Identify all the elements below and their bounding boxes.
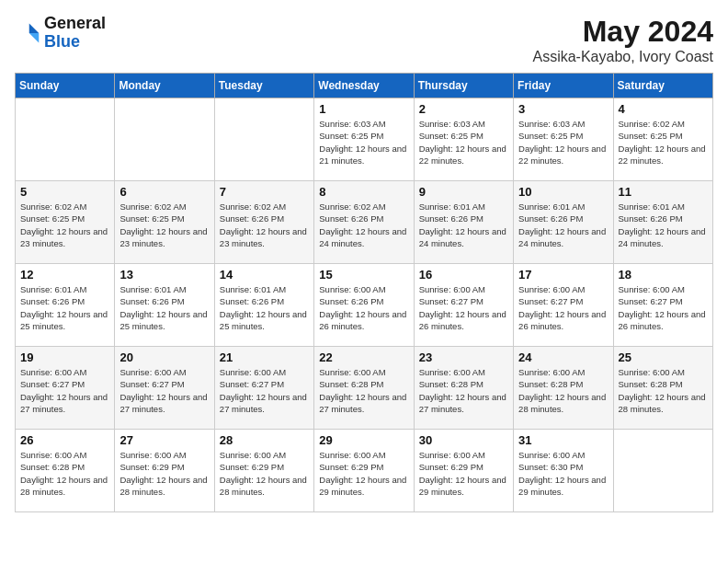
day-detail: Sunrise: 6:03 AMSunset: 6:25 PMDaylight:… xyxy=(419,118,508,167)
calendar-cell: 22Sunrise: 6:00 AMSunset: 6:28 PMDayligh… xyxy=(314,347,414,430)
calendar-cell: 8Sunrise: 6:02 AMSunset: 6:26 PMDaylight… xyxy=(314,181,414,264)
weekday-header-tuesday: Tuesday xyxy=(214,74,313,98)
day-number: 1 xyxy=(319,102,408,116)
day-number: 5 xyxy=(20,185,109,199)
day-detail: Sunrise: 6:02 AMSunset: 6:25 PMDaylight:… xyxy=(119,201,209,249)
day-number: 24 xyxy=(518,350,608,364)
calendar-cell: 4Sunrise: 6:02 AMSunset: 6:25 PMDaylight… xyxy=(613,98,712,181)
day-detail: Sunrise: 6:00 AMSunset: 6:29 PMDaylight:… xyxy=(319,449,408,498)
day-number: 22 xyxy=(319,350,408,364)
calendar-cell: 12Sunrise: 6:01 AMSunset: 6:26 PMDayligh… xyxy=(16,264,115,347)
logo: General Blue xyxy=(15,15,106,52)
day-detail: Sunrise: 6:01 AMSunset: 6:26 PMDaylight:… xyxy=(220,283,309,332)
calendar-cell: 25Sunrise: 6:00 AMSunset: 6:28 PMDayligh… xyxy=(613,347,712,430)
day-number: 30 xyxy=(419,433,508,447)
calendar-cell: 29Sunrise: 6:00 AMSunset: 6:29 PMDayligh… xyxy=(314,430,414,512)
page-header: General Blue May 2024 Assika-Kayabo, Ivo… xyxy=(15,15,713,65)
day-detail: Sunrise: 6:00 AMSunset: 6:29 PMDaylight:… xyxy=(119,449,209,498)
day-detail: Sunrise: 6:00 AMSunset: 6:30 PMDaylight:… xyxy=(518,449,608,498)
calendar-week-row: 1Sunrise: 6:03 AMSunset: 6:25 PMDaylight… xyxy=(16,98,713,181)
calendar-cell: 30Sunrise: 6:00 AMSunset: 6:29 PMDayligh… xyxy=(414,430,513,512)
day-detail: Sunrise: 6:00 AMSunset: 6:27 PMDaylight:… xyxy=(119,366,209,415)
weekday-header-wednesday: Wednesday xyxy=(314,74,414,98)
weekday-header-monday: Monday xyxy=(115,74,214,98)
day-detail: Sunrise: 6:00 AMSunset: 6:27 PMDaylight:… xyxy=(220,366,309,415)
day-detail: Sunrise: 6:00 AMSunset: 6:28 PMDaylight:… xyxy=(518,366,608,415)
day-number: 12 xyxy=(20,268,109,282)
calendar-cell: 18Sunrise: 6:00 AMSunset: 6:27 PMDayligh… xyxy=(613,264,712,347)
day-detail: Sunrise: 6:00 AMSunset: 6:29 PMDaylight:… xyxy=(419,449,508,498)
day-detail: Sunrise: 6:02 AMSunset: 6:26 PMDaylight:… xyxy=(220,201,309,249)
day-number: 23 xyxy=(419,350,508,364)
svg-marker-0 xyxy=(29,23,40,33)
calendar-cell: 21Sunrise: 6:00 AMSunset: 6:27 PMDayligh… xyxy=(214,347,313,430)
day-number: 17 xyxy=(518,268,608,282)
day-detail: Sunrise: 6:02 AMSunset: 6:26 PMDaylight:… xyxy=(319,201,408,249)
day-detail: Sunrise: 6:00 AMSunset: 6:28 PMDaylight:… xyxy=(319,366,408,415)
day-number: 29 xyxy=(319,433,408,447)
calendar-cell: 28Sunrise: 6:00 AMSunset: 6:29 PMDayligh… xyxy=(214,430,313,512)
calendar-week-row: 12Sunrise: 6:01 AMSunset: 6:26 PMDayligh… xyxy=(16,264,713,347)
day-detail: Sunrise: 6:01 AMSunset: 6:26 PMDaylight:… xyxy=(20,283,109,332)
calendar-cell: 13Sunrise: 6:01 AMSunset: 6:26 PMDayligh… xyxy=(115,264,214,347)
calendar-cell: 10Sunrise: 6:01 AMSunset: 6:26 PMDayligh… xyxy=(514,181,613,264)
svg-marker-1 xyxy=(29,33,40,43)
day-number: 3 xyxy=(518,102,608,116)
day-number: 4 xyxy=(619,102,708,116)
day-number: 6 xyxy=(119,185,209,199)
day-number: 8 xyxy=(319,185,408,199)
location-title: Assika-Kayabo, Ivory Coast xyxy=(532,49,713,65)
calendar-week-row: 26Sunrise: 6:00 AMSunset: 6:28 PMDayligh… xyxy=(16,430,713,512)
day-detail: Sunrise: 6:03 AMSunset: 6:25 PMDaylight:… xyxy=(319,118,408,167)
day-detail: Sunrise: 6:00 AMSunset: 6:28 PMDaylight:… xyxy=(419,366,508,415)
day-number: 27 xyxy=(119,433,209,447)
day-detail: Sunrise: 6:00 AMSunset: 6:27 PMDaylight:… xyxy=(619,283,708,332)
day-number: 25 xyxy=(619,350,708,364)
day-number: 14 xyxy=(220,268,309,282)
day-detail: Sunrise: 6:02 AMSunset: 6:25 PMDaylight:… xyxy=(619,118,708,167)
calendar-cell xyxy=(613,430,712,512)
month-title: May 2024 xyxy=(532,15,713,49)
calendar-cell: 3Sunrise: 6:03 AMSunset: 6:25 PMDaylight… xyxy=(514,98,613,181)
weekday-header-sunday: Sunday xyxy=(16,74,115,98)
weekday-header-row: SundayMondayTuesdayWednesdayThursdayFrid… xyxy=(16,74,713,98)
day-number: 10 xyxy=(518,185,608,199)
day-detail: Sunrise: 6:00 AMSunset: 6:28 PMDaylight:… xyxy=(619,366,708,415)
calendar-cell xyxy=(115,98,214,181)
calendar-cell: 26Sunrise: 6:00 AMSunset: 6:28 PMDayligh… xyxy=(16,430,115,512)
day-detail: Sunrise: 6:01 AMSunset: 6:26 PMDaylight:… xyxy=(419,201,508,249)
day-detail: Sunrise: 6:00 AMSunset: 6:27 PMDaylight:… xyxy=(518,283,608,332)
calendar-week-row: 5Sunrise: 6:02 AMSunset: 6:25 PMDaylight… xyxy=(16,181,713,264)
day-detail: Sunrise: 6:01 AMSunset: 6:26 PMDaylight:… xyxy=(119,283,209,332)
day-number: 19 xyxy=(20,350,109,364)
calendar-cell: 1Sunrise: 6:03 AMSunset: 6:25 PMDaylight… xyxy=(314,98,414,181)
day-number: 2 xyxy=(419,102,508,116)
day-number: 16 xyxy=(419,268,508,282)
calendar-cell: 14Sunrise: 6:01 AMSunset: 6:26 PMDayligh… xyxy=(214,264,313,347)
calendar-cell: 27Sunrise: 6:00 AMSunset: 6:29 PMDayligh… xyxy=(115,430,214,512)
weekday-header-saturday: Saturday xyxy=(613,74,712,98)
day-detail: Sunrise: 6:00 AMSunset: 6:28 PMDaylight:… xyxy=(20,449,109,498)
day-detail: Sunrise: 6:00 AMSunset: 6:27 PMDaylight:… xyxy=(20,366,109,415)
day-detail: Sunrise: 6:01 AMSunset: 6:26 PMDaylight:… xyxy=(619,201,708,249)
logo-text: General Blue xyxy=(44,15,106,52)
day-number: 9 xyxy=(419,185,508,199)
weekday-header-friday: Friday xyxy=(514,74,613,98)
logo-icon xyxy=(15,20,40,46)
day-detail: Sunrise: 6:00 AMSunset: 6:27 PMDaylight:… xyxy=(419,283,508,332)
day-detail: Sunrise: 6:02 AMSunset: 6:25 PMDaylight:… xyxy=(20,201,109,249)
day-number: 28 xyxy=(220,433,309,447)
weekday-header-thursday: Thursday xyxy=(414,74,513,98)
calendar-cell: 9Sunrise: 6:01 AMSunset: 6:26 PMDaylight… xyxy=(414,181,513,264)
calendar-cell: 5Sunrise: 6:02 AMSunset: 6:25 PMDaylight… xyxy=(16,181,115,264)
calendar-cell xyxy=(214,98,313,181)
day-number: 31 xyxy=(518,433,608,447)
calendar-cell: 17Sunrise: 6:00 AMSunset: 6:27 PMDayligh… xyxy=(514,264,613,347)
title-area: May 2024 Assika-Kayabo, Ivory Coast xyxy=(532,15,713,65)
day-number: 21 xyxy=(220,350,309,364)
calendar-cell xyxy=(16,98,115,181)
day-detail: Sunrise: 6:00 AMSunset: 6:29 PMDaylight:… xyxy=(220,449,309,498)
day-number: 7 xyxy=(220,185,309,199)
day-number: 20 xyxy=(119,350,209,364)
day-number: 13 xyxy=(119,268,209,282)
